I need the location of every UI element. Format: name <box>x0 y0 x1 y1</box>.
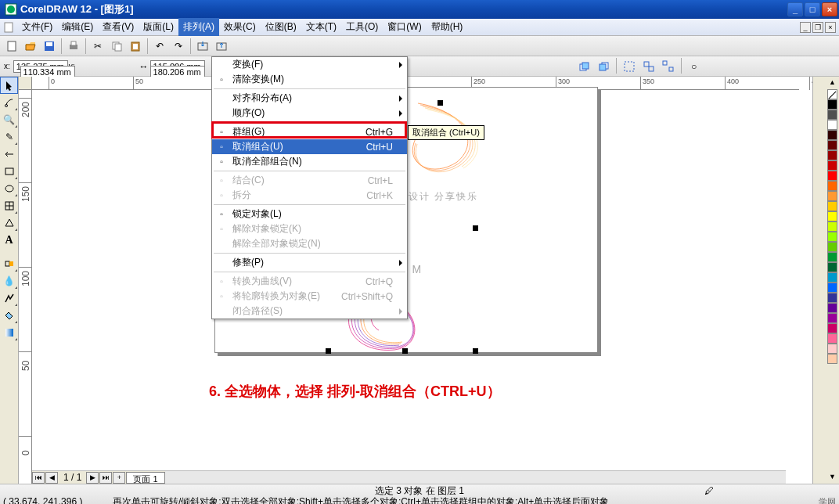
menu-item-群组[interactable]: ▫群组(G)Ctrl+G <box>212 124 407 139</box>
menu-item-对齐和分布[interactable]: 对齐和分布(A) <box>212 91 407 106</box>
no-fill-swatch[interactable] <box>827 89 837 99</box>
palette-down[interactable]: ▼ <box>829 473 836 484</box>
color-swatch[interactable] <box>827 293 837 303</box>
menu-位图[interactable]: 位图(B) <box>261 18 301 36</box>
prev-page[interactable]: ◀ <box>45 472 58 484</box>
next-page[interactable]: ▶ <box>86 472 99 484</box>
zoom-tool[interactable]: 🔍 <box>0 111 18 128</box>
fill-tool[interactable] <box>0 307 18 324</box>
maximize-button[interactable]: □ <box>805 2 820 16</box>
undo-button[interactable]: ↶ <box>151 38 168 55</box>
handle-bl[interactable] <box>326 348 331 354</box>
ungroup-button[interactable] <box>640 58 657 75</box>
basic-shapes-tool[interactable] <box>0 214 18 232</box>
color-swatch[interactable] <box>827 211 837 221</box>
rectangle-tool[interactable] <box>0 163 18 180</box>
pick-tool[interactable] <box>0 77 18 94</box>
color-swatch[interactable] <box>827 181 837 191</box>
menu-效果[interactable]: 效果(C) <box>219 18 261 36</box>
menu-item-取消组合[interactable]: ▫取消组合(U)Ctrl+U <box>212 139 407 154</box>
color-swatch[interactable] <box>827 110 837 120</box>
menu-窗口[interactable]: 窗口(W) <box>383 18 426 36</box>
freehand-tool[interactable]: ✎ <box>0 128 18 146</box>
interactive-fill-tool[interactable] <box>0 324 18 341</box>
color-swatch[interactable] <box>827 252 837 262</box>
menu-item-锁定对象[interactable]: ▫锁定对象(L) <box>212 207 407 221</box>
menu-编辑[interactable]: 编辑(E) <box>57 18 98 36</box>
save-button[interactable] <box>41 38 58 55</box>
color-swatch[interactable] <box>827 283 837 293</box>
page-tab[interactable]: 页面 1 <box>126 472 164 484</box>
ellipse-tool[interactable] <box>0 180 18 197</box>
menu-文本[interactable]: 文本(T) <box>301 18 341 36</box>
group-button[interactable] <box>621 58 638 75</box>
first-page[interactable]: ⏮ <box>32 472 45 484</box>
palette-up[interactable]: ▲ <box>829 78 836 89</box>
blend-tool[interactable] <box>0 255 18 272</box>
color-swatch[interactable] <box>827 191 837 201</box>
to-front-button[interactable] <box>575 58 592 75</box>
menu-版面[interactable]: 版面(L) <box>139 18 178 36</box>
color-swatch[interactable] <box>827 140 837 150</box>
docker-panel[interactable] <box>812 77 826 484</box>
mdi-minimize[interactable]: _ <box>800 22 811 33</box>
menu-item-清除变换[interactable]: ▫清除变换(M) <box>212 72 407 87</box>
redo-button[interactable]: ↷ <box>170 38 187 55</box>
color-swatch[interactable] <box>827 262 837 272</box>
color-swatch[interactable] <box>827 303 837 313</box>
last-page[interactable]: ⏭ <box>99 472 112 484</box>
handle-br[interactable] <box>473 348 478 354</box>
color-swatch[interactable] <box>827 171 837 181</box>
outline-tool[interactable] <box>0 290 18 307</box>
minimize-button[interactable]: _ <box>787 2 803 16</box>
close-button[interactable]: × <box>822 2 837 16</box>
color-swatch[interactable] <box>827 354 837 364</box>
color-swatch[interactable] <box>827 160 837 171</box>
color-swatch[interactable] <box>827 272 837 283</box>
mdi-close[interactable]: × <box>825 22 836 33</box>
menu-item-修整[interactable]: 修整(P) <box>212 255 407 270</box>
handle-bm[interactable] <box>402 348 408 354</box>
export-button[interactable] <box>213 38 230 55</box>
menu-帮助[interactable]: 帮助(H) <box>427 18 468 36</box>
menu-item-变换[interactable]: 变换(F) <box>212 57 407 72</box>
print-button[interactable] <box>65 38 82 55</box>
color-swatch[interactable] <box>827 344 837 354</box>
color-swatch[interactable] <box>827 130 837 140</box>
open-button[interactable] <box>22 38 39 55</box>
paste-button[interactable] <box>127 38 144 55</box>
color-swatch[interactable] <box>827 242 837 252</box>
handle-tm[interactable] <box>438 100 443 106</box>
graph-paper-tool[interactable] <box>0 197 18 214</box>
shape-tool[interactable] <box>0 94 18 111</box>
h-scrollbar[interactable] <box>165 471 786 484</box>
color-swatch[interactable] <box>827 221 837 232</box>
ungroup-all-button[interactable] <box>660 58 677 75</box>
eyedropper-tool[interactable]: 💧 <box>0 272 18 290</box>
mdi-restore[interactable]: ❐ <box>812 22 823 33</box>
copy-button[interactable] <box>108 38 125 55</box>
menu-item-顺序[interactable]: 顺序(O) <box>212 106 407 121</box>
import-button[interactable] <box>194 38 211 55</box>
handle-mr[interactable] <box>473 225 478 231</box>
cut-button[interactable]: ✂ <box>89 38 106 55</box>
new-button[interactable] <box>3 38 20 55</box>
color-swatch[interactable] <box>827 323 837 333</box>
menu-item-取消全部组合[interactable]: ▫取消全部组合(N) <box>212 154 407 169</box>
color-swatch[interactable] <box>827 313 837 323</box>
menu-查看[interactable]: 查看(V) <box>98 18 139 36</box>
color-swatch[interactable] <box>827 120 837 130</box>
menu-排列[interactable]: 排列(A) <box>178 18 219 36</box>
color-swatch[interactable] <box>827 333 837 344</box>
color-swatch[interactable] <box>827 99 837 110</box>
to-back-button[interactable] <box>595 58 612 75</box>
menu-工具[interactable]: 工具(O) <box>341 18 383 36</box>
smart-draw-tool[interactable] <box>0 146 18 163</box>
add-page[interactable]: + <box>113 472 125 484</box>
color-swatch[interactable] <box>827 232 837 242</box>
convert-curves-button[interactable]: ○ <box>686 58 703 75</box>
color-swatch[interactable] <box>827 150 837 160</box>
text-tool[interactable]: A <box>0 232 18 249</box>
color-swatch[interactable] <box>827 201 837 211</box>
menu-文件[interactable]: 文件(F) <box>17 18 57 36</box>
